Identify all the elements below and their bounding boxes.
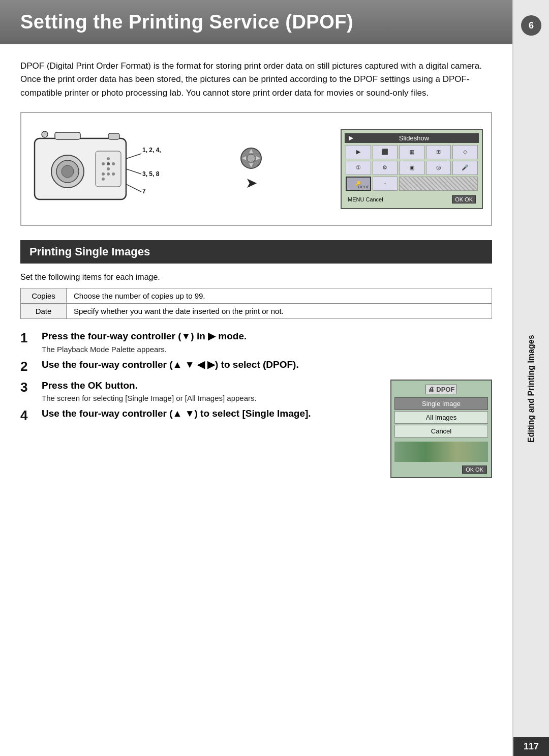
- page-title: Setting the Printing Service (DPOF): [20, 11, 492, 33]
- screen2-bottom: OK OK: [393, 464, 489, 475]
- step-2: 2 Use the four-way controller (▲ ▼ ◀ ▶) …: [20, 359, 492, 374]
- icon-cell-13: [399, 177, 478, 191]
- screen-title-bar: ▶ Slideshow: [345, 133, 479, 143]
- svg-point-13: [102, 172, 105, 176]
- step-3-number: 3: [20, 380, 39, 395]
- icon-cell-8: ▣: [399, 161, 424, 175]
- steps-area: 1 Press the four-way controller (▼) in ▶…: [20, 330, 492, 374]
- step-2-number: 2: [20, 359, 39, 374]
- ok-button-label: OK OK: [452, 195, 476, 203]
- svg-point-10: [107, 162, 110, 165]
- svg-point-9: [102, 162, 105, 165]
- sidebar-chapter-title: Editing and Printing Images: [527, 41, 536, 737]
- icon-cell-2: ⬛: [373, 145, 398, 159]
- icon-cell-6: ①: [346, 161, 371, 175]
- svg-rect-4: [55, 132, 80, 139]
- icon-cell-5: ◇: [452, 145, 478, 159]
- step-3-content: Press the OK button. The screen for sele…: [42, 380, 380, 403]
- icon-cell-7: ⚙: [373, 161, 398, 175]
- dpof-icon: 🖨 DPOF: [425, 385, 458, 394]
- screen-bottom-bar: MENU Cancel OK OK: [345, 194, 479, 205]
- svg-line-17: [126, 154, 141, 159]
- step-4-title: Use the four-way controller (▲ ▼) to sel…: [42, 408, 380, 420]
- step-2-content: Use the four-way controller (▲ ▼ ◀ ▶) to…: [42, 359, 492, 373]
- section-header: Printing Single Images: [20, 240, 492, 264]
- table-cell-label-2: Date: [21, 304, 67, 319]
- intro-text: DPOF (Digital Print Order Format) is the…: [20, 60, 492, 100]
- step-3-desc: The screen for selecting [Single Image] …: [42, 394, 380, 402]
- steps-text-col: 3 Press the OK button. The screen for se…: [20, 380, 380, 424]
- table-row: Copies Choose the number of copies up to…: [21, 288, 492, 304]
- right-sidebar: 6 Editing and Printing Images 117: [512, 0, 549, 756]
- step-1-title: Press the four-way controller (▼) in ▶ m…: [42, 330, 492, 343]
- svg-point-15: [112, 172, 115, 176]
- svg-point-12: [107, 167, 110, 170]
- icon-cell-3: ▦: [399, 145, 424, 159]
- steps-image-col: 🖨 DPOF Single Image All Images Cancel OK…: [390, 380, 492, 478]
- icon-cell-9: ◎: [426, 161, 451, 175]
- screen-mockup: ▶ Slideshow ▶ ⬛ ▦ ⊞ ◇ ① ⚙ ▣ ◎ 🎤: [341, 129, 483, 209]
- svg-point-14: [107, 172, 110, 176]
- thumbnail-strip: [394, 442, 488, 462]
- sidebar-chapter-number: 6: [521, 15, 541, 36]
- svg-line-18: [126, 169, 141, 174]
- step-3: 3 Press the OK button. The screen for se…: [20, 380, 380, 403]
- svg-rect-6: [108, 133, 119, 139]
- screen-title: Slideshow: [399, 134, 429, 142]
- step-1-desc: The Playback Mode Palette appears.: [42, 345, 492, 354]
- step-2-title: Use the four-way controller (▲ ▼ ◀ ▶) to…: [42, 359, 492, 371]
- screen2-ok-label: OK OK: [462, 466, 487, 474]
- svg-point-11: [112, 162, 115, 165]
- arrow-area: ➤: [236, 147, 266, 191]
- steps-with-image: 3 Press the OK button. The screen for se…: [20, 380, 492, 478]
- icon-cell-dpof: 🔑 DPOF: [346, 177, 371, 191]
- step-1-number: 1: [20, 330, 39, 346]
- icon-cell-1: ▶: [346, 145, 371, 159]
- step-3-title: Press the OK button.: [42, 380, 380, 392]
- screen2-mockup: 🖨 DPOF Single Image All Images Cancel OK…: [390, 380, 492, 478]
- svg-text:3, 5, 8: 3, 5, 8: [142, 170, 160, 178]
- icon-cell-12: ↑: [373, 177, 398, 191]
- screen2-menu-item-all: All Images: [394, 411, 488, 424]
- play-icon: ▶: [349, 134, 353, 141]
- icon-cell-10: 🎤: [452, 161, 478, 175]
- screen-icons-grid: ▶ ⬛ ▦ ⊞ ◇ ① ⚙ ▣ ◎ 🎤 🔑 DPOF ↑: [345, 143, 479, 193]
- sub-text: Set the following items for each image.: [20, 273, 492, 282]
- page-number: 117: [513, 737, 549, 756]
- svg-line-19: [126, 184, 141, 192]
- svg-text:7: 7: [142, 188, 146, 195]
- step-4-content: Use the four-way controller (▲ ▼) to sel…: [42, 408, 380, 422]
- svg-text:1, 2, 4, 6: 1, 2, 4, 6: [142, 147, 162, 154]
- screen2-menu-item-single: Single Image: [394, 397, 488, 410]
- screen2-menu: Single Image All Images Cancel: [393, 395, 489, 440]
- svg-point-8: [107, 157, 110, 160]
- step-4-number: 4: [20, 408, 39, 423]
- step-4: 4 Use the four-way controller (▲ ▼) to s…: [20, 408, 380, 423]
- controller-icon: [240, 147, 262, 169]
- table-cell-desc-2: Specify whether you want the date insert…: [67, 304, 492, 319]
- icon-cell-4: ⊞: [426, 145, 451, 159]
- camera-diagram: 1, 2, 4, 6 3, 5, 8 7: [29, 123, 162, 215]
- table-cell-desc-1: Choose the number of copies up to 99.: [67, 288, 492, 304]
- step-1: 1 Press the four-way controller (▼) in ▶…: [20, 330, 492, 354]
- title-bar: Setting the Printing Service (DPOF): [0, 0, 512, 44]
- info-table: Copies Choose the number of copies up to…: [20, 288, 492, 319]
- main-content: Setting the Printing Service (DPOF) DPOF…: [0, 0, 512, 756]
- svg-point-16: [102, 178, 105, 181]
- table-cell-label-1: Copies: [21, 288, 67, 304]
- section-header-text: Printing Single Images: [29, 245, 150, 258]
- screen2-menu-item-cancel: Cancel: [394, 425, 488, 438]
- diagram-box: 1, 2, 4, 6 3, 5, 8 7: [20, 112, 492, 226]
- svg-point-5: [42, 131, 48, 137]
- page-body: DPOF (Digital Print Order Format) is the…: [0, 60, 512, 478]
- table-row: Date Specify whether you want the date i…: [21, 304, 492, 319]
- right-arrow-icon: ➤: [246, 175, 257, 191]
- screen2-top: 🖨 DPOF: [393, 383, 489, 395]
- svg-point-28: [247, 154, 255, 162]
- menu-cancel-text: MENU Cancel: [348, 196, 383, 202]
- svg-point-3: [62, 165, 74, 178]
- step-1-content: Press the four-way controller (▼) in ▶ m…: [42, 330, 492, 354]
